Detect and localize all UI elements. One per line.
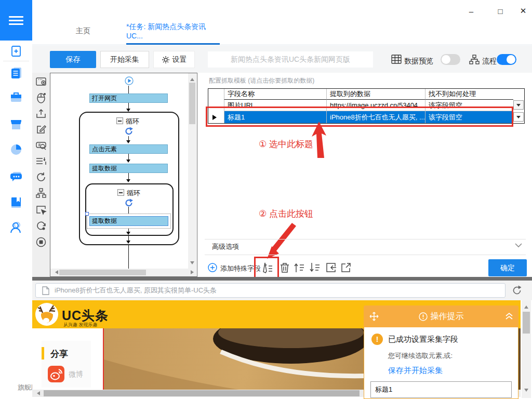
page-title-box[interactable]: iPhone8折价七百也无人愿买, 原因其实很简单-UC头条: [35, 283, 506, 298]
tab-bar: [32, 0, 532, 45]
flow-step-selected-wrap[interactable]: 提取数据: [87, 214, 171, 229]
refresh-icon[interactable]: [35, 171, 47, 183]
text-search-icon[interactable]: [35, 140, 47, 151]
col-header-missing: 找不到如何处理: [425, 89, 513, 100]
loop-cycle-icon: [125, 127, 134, 136]
minimize-button[interactable]: –: [463, 4, 479, 18]
start-collect-button[interactable]: 开始采集: [100, 51, 149, 68]
move-down-icon[interactable]: [309, 262, 321, 273]
site-tagline: 从兴趣 发现乐趣: [63, 322, 98, 328]
col-header-field: 字段名称: [224, 89, 326, 100]
stop-record-icon[interactable]: [35, 236, 47, 248]
tip-panel: 操作提示 ! 已成功设置采集字段 您可继续选取元素,或: 保存并开始采集: [364, 305, 518, 399]
mouse-icon[interactable]: [35, 92, 47, 103]
task-name-input[interactable]: [208, 51, 373, 68]
webpage-vscrollbar[interactable]: [522, 300, 531, 398]
briefcase-icon[interactable]: [9, 90, 23, 104]
pie-chart-icon[interactable]: [9, 143, 23, 156]
caret-down-icon: [516, 116, 521, 121]
edit-icon[interactable]: [35, 124, 47, 135]
field-name-input[interactable]: [370, 381, 512, 398]
tab-task-active[interactable]: *任务: 新闻热点头条资讯UC...: [126, 23, 220, 39]
row2-dropdown-button[interactable]: [513, 112, 524, 122]
task-list-icon[interactable]: [9, 66, 23, 79]
loop-inner-label: 循环: [127, 189, 140, 198]
collapse-icon[interactable]: [116, 117, 123, 124]
advanced-options-label[interactable]: 高级选项: [212, 242, 239, 251]
close-button[interactable]: ✕: [515, 4, 531, 18]
canvas-vscrollbar[interactable]: [188, 73, 196, 269]
annotation-arrow-down-left: [263, 220, 299, 260]
user-icon[interactable]: [9, 220, 23, 234]
import-icon[interactable]: [325, 262, 336, 273]
chat-icon[interactable]: [9, 170, 23, 183]
annotation-row-highlight: [206, 107, 513, 127]
hamburger-icon: [9, 14, 23, 27]
flow-step-click-element[interactable]: 点击元素: [89, 144, 168, 154]
save-button[interactable]: 保存: [50, 51, 96, 68]
data-preview-label: 数据预览: [404, 57, 433, 66]
flow-tree-icon[interactable]: [35, 188, 47, 199]
share-label: 分享: [50, 348, 68, 360]
flow-toggle[interactable]: [497, 54, 516, 65]
col-header-data: 提取到的数据: [326, 89, 425, 100]
flow-step-extract-data[interactable]: 提取数据: [89, 164, 168, 173]
data-preview-toggle[interactable]: [441, 54, 460, 65]
alert-icon: [419, 312, 428, 321]
caret-down-icon: [516, 104, 521, 109]
panel-bottom-bar: [32, 277, 532, 281]
flow-label: 流程: [482, 57, 497, 66]
reload-icon[interactable]: [511, 285, 523, 296]
select-element-icon[interactable]: [35, 204, 47, 216]
share-card: 分享 微博: [42, 341, 91, 388]
settings-label: 设置: [172, 55, 187, 64]
main-menu-button[interactable]: [0, 0, 32, 41]
flow-start-icon[interactable]: [125, 76, 134, 85]
flow-step-open-page[interactable]: 打开网页: [89, 94, 168, 103]
open-external-icon[interactable]: [340, 262, 352, 273]
chevron-down-icon[interactable]: [514, 242, 523, 248]
collapse-icon-inner[interactable]: [117, 189, 124, 196]
maximize-button[interactable]: □: [493, 4, 508, 18]
annotation-step2: ② 点击此按钮: [259, 208, 313, 220]
move-up-icon[interactable]: [294, 262, 305, 273]
success-icon: !: [371, 334, 383, 345]
sort-list-icon[interactable]: [35, 155, 47, 167]
loop-outer-label: 循环: [126, 117, 139, 126]
loop-cycle-icon-inner: [125, 198, 134, 207]
weibo-label[interactable]: 微博: [69, 370, 83, 379]
flow-step-extract-data-selected[interactable]: 提取数据: [89, 216, 168, 226]
tip-panel-title: 操作提示: [431, 311, 464, 322]
data-preview-icon: [391, 55, 402, 64]
new-window-icon[interactable]: [35, 76, 47, 87]
delete-field-icon[interactable]: [279, 262, 290, 273]
export-icon[interactable]: [35, 108, 47, 119]
annotation-button-highlight: [254, 257, 279, 279]
gear-icon: [162, 56, 170, 64]
tip-panel-header[interactable]: 操作提示: [364, 305, 518, 327]
rotate-element-icon[interactable]: [35, 220, 47, 232]
row1-dropdown-button[interactable]: [513, 100, 524, 110]
book-icon[interactable]: [9, 196, 23, 209]
selection-handle[interactable]: [85, 212, 89, 216]
active-tab-underline: [126, 43, 220, 45]
sidebar-divider: [3, 61, 29, 61]
canvas-hscrollbar[interactable]: [50, 269, 196, 276]
collapse-panel-icon[interactable]: [505, 312, 513, 320]
weibo-icon[interactable]: [48, 366, 64, 382]
tip-panel-body: ! 已成功设置采集字段 您可继续选取元素,或: 保存并开始采集: [364, 327, 518, 399]
new-task-icon[interactable]: [9, 44, 23, 58]
confirm-button[interactable]: 确定: [488, 259, 527, 276]
flow-icon: [469, 55, 480, 65]
drag-move-icon[interactable]: [369, 311, 379, 322]
annotation-arrow-up: [311, 122, 331, 159]
add-icon: [208, 263, 217, 272]
share-accent-bar: [42, 347, 44, 360]
settings-button[interactable]: 设置: [153, 51, 195, 68]
tip-success-text: 已成功设置采集字段: [388, 335, 458, 344]
page-title-text: iPhone8折价七百也无人愿买, 原因其实很简单-UC头条: [55, 286, 217, 295]
tab-home[interactable]: 主页: [68, 23, 99, 39]
store-icon[interactable]: [9, 118, 23, 131]
save-and-start-link[interactable]: 保存并开始采集: [388, 366, 443, 376]
page-icon: [42, 286, 49, 295]
